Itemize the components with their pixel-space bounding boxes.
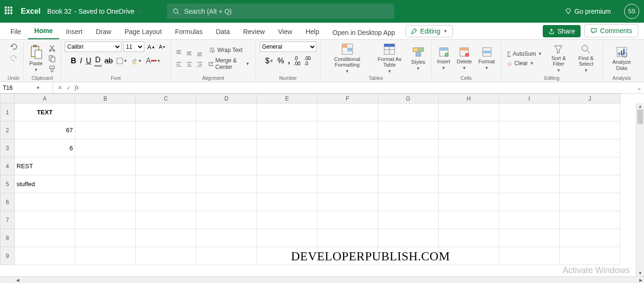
formula-input[interactable] xyxy=(84,82,635,93)
tab-home[interactable]: Home xyxy=(28,23,60,39)
analyze-data-button[interactable]: Analyze Data xyxy=(607,45,636,72)
col-header-E[interactable]: E xyxy=(257,94,318,103)
col-header-A[interactable]: A xyxy=(15,94,75,103)
cell[interactable] xyxy=(439,103,499,121)
cell[interactable] xyxy=(378,193,439,211)
merge-center-button[interactable]: Merge & Center▼ xyxy=(207,56,252,71)
cell[interactable] xyxy=(318,211,378,229)
align-bottom-button[interactable] xyxy=(195,49,204,57)
cell[interactable] xyxy=(75,193,136,211)
user-avatar[interactable]: SS xyxy=(624,4,639,19)
cell[interactable] xyxy=(439,193,499,211)
font-name-select[interactable]: Calibri xyxy=(65,42,122,52)
cell[interactable] xyxy=(378,229,439,247)
search-input[interactable] xyxy=(184,8,388,15)
decrease-decimal-button[interactable]: .00.0 xyxy=(303,55,312,67)
cell[interactable] xyxy=(257,121,318,139)
cell-A2[interactable]: 67 xyxy=(15,121,75,139)
cell[interactable] xyxy=(196,193,257,211)
font-color-button[interactable]: A▼ xyxy=(145,56,162,66)
cell[interactable] xyxy=(560,193,620,211)
align-middle-button[interactable] xyxy=(185,49,194,57)
cell[interactable] xyxy=(136,193,196,211)
accounting-format-button[interactable]: $▼ xyxy=(265,56,275,66)
percent-format-button[interactable]: % xyxy=(276,56,285,66)
document-title[interactable]: Book 32 - Saved to OneDrive ▼ xyxy=(47,8,141,15)
cell[interactable] xyxy=(75,121,136,139)
col-header-J[interactable]: J xyxy=(560,94,620,103)
cell[interactable] xyxy=(75,175,136,193)
italic-button[interactable]: I xyxy=(79,56,83,66)
tab-pagelayout[interactable]: Page Layout xyxy=(118,24,168,39)
cell[interactable] xyxy=(318,193,378,211)
col-header-I[interactable]: I xyxy=(499,94,560,103)
align-left-button[interactable] xyxy=(175,60,183,69)
cell[interactable] xyxy=(560,157,620,175)
cell[interactable] xyxy=(560,229,620,247)
cell[interactable] xyxy=(499,175,560,193)
delete-cells-button[interactable]: Delete▼ xyxy=(455,45,474,71)
name-box-input[interactable] xyxy=(3,85,36,91)
conditional-formatting-button[interactable]: Conditional Formatting▼ xyxy=(325,42,370,75)
tab-review[interactable]: Review xyxy=(237,24,272,39)
cell[interactable] xyxy=(318,103,378,121)
align-center-button[interactable] xyxy=(185,60,194,69)
cell[interactable] xyxy=(257,229,318,247)
borders-button[interactable]: ▼ xyxy=(115,57,128,65)
go-premium-button[interactable]: Go premium xyxy=(565,8,611,15)
cell[interactable] xyxy=(196,157,257,175)
cell[interactable] xyxy=(15,247,75,265)
font-size-select[interactable]: 11 xyxy=(124,42,144,52)
cell[interactable] xyxy=(136,229,196,247)
increase-decimal-button[interactable]: .0.00 xyxy=(293,55,301,67)
col-header-D[interactable]: D xyxy=(196,94,257,103)
redo-button[interactable] xyxy=(9,53,19,63)
cell-A4[interactable]: REST xyxy=(15,157,75,175)
cell[interactable] xyxy=(499,211,560,229)
cell-A3[interactable]: 6 xyxy=(15,139,75,157)
double-underline-button[interactable]: D xyxy=(94,55,102,67)
col-header-C[interactable]: C xyxy=(136,94,196,103)
cell[interactable] xyxy=(318,229,378,247)
cell[interactable] xyxy=(196,103,257,121)
find-select-button[interactable]: Find & Select▼ xyxy=(573,43,599,74)
cell[interactable] xyxy=(560,103,620,121)
row-header-7[interactable]: 7 xyxy=(0,211,15,229)
row-header-4[interactable]: 4 xyxy=(0,157,15,175)
cell[interactable] xyxy=(257,175,318,193)
cell[interactable] xyxy=(318,139,378,157)
copy-button[interactable] xyxy=(47,54,57,63)
cell[interactable] xyxy=(318,157,378,175)
open-in-desktop-button[interactable]: Open in Desktop App xyxy=(326,26,402,39)
cell[interactable] xyxy=(75,229,136,247)
cell-A1[interactable]: TEXT xyxy=(15,103,75,121)
format-painter-button[interactable] xyxy=(47,64,57,74)
tab-formulas[interactable]: Formulas xyxy=(168,24,209,39)
name-box[interactable]: ▼ xyxy=(0,82,53,93)
col-header-G[interactable]: G xyxy=(378,94,439,103)
row-header-9[interactable]: 9 xyxy=(0,247,15,265)
select-all-corner[interactable] xyxy=(0,94,15,103)
tab-data[interactable]: Data xyxy=(209,24,237,39)
autosum-button[interactable]: ∑AutoSum▼ xyxy=(505,49,544,58)
cell[interactable] xyxy=(136,247,196,265)
cell[interactable] xyxy=(378,103,439,121)
cell[interactable] xyxy=(136,175,196,193)
cell[interactable] xyxy=(560,139,620,157)
cell[interactable] xyxy=(378,247,439,265)
cell-A5[interactable]: stuffed xyxy=(15,175,75,193)
col-header-H[interactable]: H xyxy=(439,94,499,103)
cell[interactable] xyxy=(196,211,257,229)
cell[interactable] xyxy=(15,229,75,247)
cell[interactable] xyxy=(318,121,378,139)
col-header-B[interactable]: B xyxy=(75,94,136,103)
cell[interactable] xyxy=(196,175,257,193)
tab-file[interactable]: File xyxy=(4,24,28,39)
expand-formula-bar-button[interactable]: ⌄ xyxy=(635,85,644,91)
cell[interactable] xyxy=(560,247,620,265)
cell[interactable] xyxy=(499,193,560,211)
cell[interactable] xyxy=(75,103,136,121)
comments-button[interactable]: Comments xyxy=(584,24,638,37)
col-header-F[interactable]: F xyxy=(318,94,378,103)
align-right-button[interactable] xyxy=(195,60,204,69)
